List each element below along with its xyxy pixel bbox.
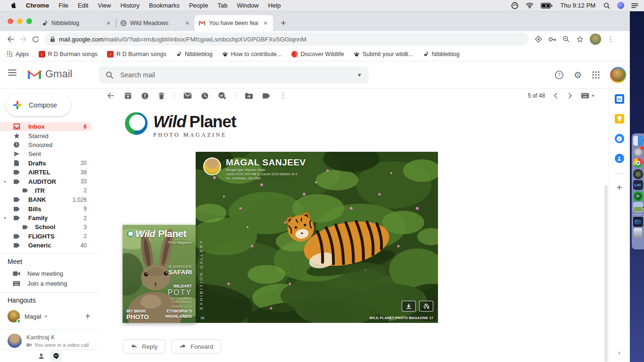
notification-center-icon[interactable] (631, 3, 638, 8)
camera-app-dock-icon[interactable] (633, 169, 643, 179)
chrome-dock-icon[interactable] (633, 158, 643, 168)
minimized-window-dock-icon[interactable] (633, 217, 643, 227)
lightroom-dock-icon[interactable]: LrC (633, 180, 643, 190)
menu-help[interactable]: Help (264, 2, 286, 9)
expand-caret-icon[interactable]: ▼ (3, 216, 7, 220)
chrome-profile-avatar[interactable] (590, 33, 601, 45)
collapse-panel-icon[interactable]: › (609, 349, 630, 356)
tab-gmail-active[interactable]: You have been featured in this × (195, 15, 273, 31)
sidebar-item-inbox[interactable]: Inbox 6 (0, 122, 92, 131)
magazine-cover[interactable]: WildPlanet Photo Magazine A GARDEN SAFAR… (123, 225, 196, 323)
menu-file[interactable]: File (54, 2, 73, 9)
siri-icon[interactable] (617, 2, 624, 9)
sidebar-item-bank[interactable]: BANK 1,026 (0, 195, 92, 204)
sidebar-item-flights[interactable]: FLIGHTS 2 (0, 232, 92, 241)
menu-view[interactable]: View (93, 2, 116, 9)
new-meeting-item[interactable]: New meeting (0, 269, 99, 279)
sidebar-item-starred[interactable]: Starred (0, 131, 92, 140)
newer-email-icon[interactable] (553, 92, 559, 99)
search-bar[interactable]: ▼ (99, 66, 369, 83)
gmail-logo[interactable]: Gmail (27, 68, 72, 80)
scrollbar[interactable] (604, 185, 608, 362)
tasks-icon[interactable]: ✓ (615, 134, 624, 143)
get-addons-button[interactable]: + (617, 184, 622, 191)
wifi-icon[interactable] (526, 2, 534, 8)
hangouts-contact-row[interactable]: Magal ▼ + (0, 309, 99, 323)
sidebar-item-drafts[interactable]: Drafts 20 (0, 159, 92, 168)
menubar-clock[interactable]: Thu 9:12 PM (560, 2, 596, 9)
minimize-window-button[interactable] (17, 18, 23, 24)
spotlight-icon[interactable] (603, 2, 610, 9)
forward-button[interactable]: Forward (171, 339, 221, 354)
menu-people[interactable]: People (184, 2, 213, 9)
bookmark-nibbleblog-1[interactable]: Nibbleblog (176, 51, 213, 58)
help-icon[interactable]: ? (554, 70, 564, 80)
add-to-tasks-icon[interactable] (218, 91, 226, 100)
tab-wild-meadows[interactable]: Wild Meadows × (116, 15, 195, 31)
snooze-icon[interactable] (201, 92, 209, 100)
bookmark-submit-wildlife[interactable]: Submit your wildli... (354, 51, 413, 58)
labels-icon[interactable] (262, 93, 271, 99)
forward-button[interactable] (17, 35, 29, 43)
system-preferences-dock-icon[interactable] (633, 147, 643, 157)
password-key-icon[interactable] (548, 37, 556, 42)
new-tab-button[interactable]: + (277, 16, 290, 30)
google-apps-grid-icon[interactable] (592, 71, 600, 79)
join-meeting-item[interactable]: Join a meeting (0, 279, 99, 288)
sidebar-item-itr[interactable]: ITR 2 (0, 186, 92, 195)
delete-icon[interactable] (158, 92, 165, 100)
bookmark-rdburman-1[interactable]: ♪R D Burman songs (39, 51, 98, 58)
menu-tab[interactable]: Tab (213, 2, 232, 9)
tab-nibbleblog[interactable]: Nibbleblog × (38, 15, 116, 31)
extension-icon[interactable] (535, 35, 542, 43)
sidebar-item-sent[interactable]: Sent (0, 149, 92, 158)
sidebar-item-generic[interactable]: Generic 40 (0, 241, 92, 250)
finder-dock-icon[interactable] (633, 136, 643, 146)
featured-photo[interactable]: MAGAL SANJEEV Bengal tiger, Mysore, Indi… (196, 152, 438, 323)
download-button[interactable] (402, 301, 416, 312)
keep-icon[interactable] (615, 114, 624, 123)
bookmark-star-icon[interactable] (576, 35, 584, 43)
sidebar-item-school[interactable]: School 3 (0, 222, 92, 231)
menu-bookmarks[interactable]: Bookmarks (144, 2, 184, 9)
apple-menu-icon[interactable] (6, 2, 21, 9)
contacts-icon[interactable] (615, 154, 624, 163)
sidebar-item-airtel[interactable]: AIRTEL 39 (0, 168, 92, 177)
move-to-icon[interactable] (245, 92, 253, 99)
zoom-window-button[interactable] (26, 18, 32, 24)
search-options-caret-icon[interactable]: ▼ (357, 72, 362, 78)
main-menu-icon[interactable] (8, 69, 17, 76)
add-to-drive-button[interactable] (419, 301, 433, 312)
profile-icon[interactable] (38, 353, 45, 360)
recent-conversation-row[interactable]: Kanthraj K You were in a video call (0, 329, 99, 348)
settings-gear-icon[interactable]: ⚙ (574, 70, 582, 81)
menu-window[interactable]: Window (232, 2, 263, 9)
search-input[interactable] (119, 71, 351, 79)
menu-history[interactable]: History (116, 2, 144, 9)
sidebar-item-bills[interactable]: Bills 9 (0, 205, 92, 214)
lock-icon[interactable] (50, 36, 55, 42)
topaz-denoise-dock-icon[interactable]: D (633, 191, 643, 201)
bookmark-nibbleblog-2[interactable]: Nibbleblog (423, 51, 460, 58)
reply-button[interactable]: Reply (123, 339, 165, 354)
menu-chrome[interactable]: Chrome (21, 2, 54, 9)
bookmark-discover-wildlife[interactable]: Discover Wildlife (291, 51, 344, 58)
sidebar-item-family[interactable]: ▼ Family 2 (0, 214, 92, 222)
menu-edit[interactable]: Edit (73, 2, 93, 9)
url-bar[interactable]: mail.google.com/mail/u/0/?tab=rm&ogbl#in… (44, 33, 529, 46)
calendar-icon[interactable]: 31 (615, 94, 624, 104)
account-avatar[interactable] (610, 67, 626, 83)
chrome-menu-icon[interactable]: ⋮ (607, 35, 614, 43)
photos-app-dock-icon[interactable] (633, 202, 643, 212)
reload-button[interactable] (29, 35, 41, 43)
report-spam-icon[interactable] (141, 92, 149, 100)
hangouts-toggle[interactable] (50, 350, 62, 362)
bookmark-rdburman-2[interactable]: ♪R D Burman songs (107, 51, 166, 58)
bookmark-apps[interactable]: Apps (7, 51, 29, 58)
contact-caret-icon[interactable]: ▼ (44, 314, 48, 319)
input-tools-button[interactable]: ▼ (581, 93, 595, 99)
mark-unread-icon[interactable] (183, 92, 192, 99)
search-icon[interactable] (106, 71, 114, 79)
bookmark-how-to-contribute[interactable]: How to contribute... (222, 51, 282, 58)
tab-close-icon[interactable]: × (105, 19, 112, 27)
